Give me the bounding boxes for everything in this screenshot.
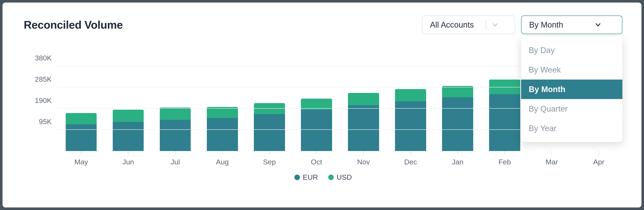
x-tick: Feb	[481, 154, 528, 169]
x-tick-label: Jan	[452, 158, 464, 166]
x-tick-label: Dec	[404, 158, 417, 166]
x-tick-label: Oct	[311, 158, 322, 166]
y-tick-label: 190K	[24, 96, 52, 105]
y-tick-label: 380K	[24, 54, 52, 62]
bar-dec[interactable]	[395, 89, 426, 151]
x-axis: MayJunJulAugSepOctNovDecJanFebMarApr	[58, 154, 622, 169]
bar-segment-eur	[113, 122, 144, 151]
bar-jun[interactable]	[113, 110, 144, 151]
x-tick-mark	[364, 151, 364, 154]
chevron-down-icon	[491, 21, 499, 29]
bar-oct[interactable]	[301, 99, 332, 151]
x-tick: Jul	[152, 154, 199, 169]
accounts-select[interactable]: All Accounts	[422, 16, 515, 34]
bar-segment-eur	[160, 120, 191, 151]
legend-item-eur[interactable]: EUR	[294, 173, 318, 181]
bar-segment-usd	[348, 93, 379, 105]
x-tick-mark	[128, 151, 128, 154]
bar-segment-eur	[395, 101, 426, 151]
bar-jan[interactable]	[442, 86, 473, 151]
y-tick-label: 285K	[24, 75, 52, 83]
period-select[interactable]: By Month By DayBy WeekBy MonthBy Quarter…	[521, 16, 622, 34]
select-spacer	[589, 20, 589, 30]
x-tick-label: Jul	[170, 158, 180, 166]
legend-swatch	[328, 174, 334, 180]
legend-item-usd[interactable]: USD	[328, 173, 352, 181]
card-title: Reconciled Volume	[24, 19, 123, 31]
accounts-select-label: All Accounts	[430, 20, 474, 30]
x-tick-label: Sep	[263, 158, 276, 166]
x-tick-mark	[599, 151, 599, 154]
x-tick-label: Apr	[593, 158, 604, 166]
x-tick: Dec	[387, 154, 434, 169]
bar-slot	[387, 45, 434, 151]
x-tick-mark	[81, 151, 81, 154]
x-tick: Nov	[340, 154, 387, 169]
bar-segment-eur	[254, 114, 285, 151]
x-tick: Apr	[575, 154, 622, 169]
x-tick-mark	[316, 151, 316, 154]
period-option-by-week[interactable]: By Week	[521, 60, 622, 80]
bar-segment-usd	[442, 86, 473, 98]
chevron-down-icon	[594, 21, 602, 29]
bar-segment-usd	[395, 89, 426, 101]
bar-segment-eur	[442, 97, 473, 151]
x-tick-mark	[504, 151, 505, 154]
x-tick-mark	[269, 151, 270, 154]
bar-segment-eur	[348, 105, 379, 151]
bar-segment-eur	[207, 118, 238, 151]
x-tick-label: Nov	[357, 158, 370, 166]
x-tick: Sep	[246, 154, 293, 169]
bar-slot	[152, 45, 199, 151]
card-controls: All Accounts By Month By DayBy WeekBy Mo…	[422, 16, 622, 34]
bar-slot	[199, 45, 246, 151]
x-tick-label: Feb	[498, 158, 511, 166]
bar-slot	[246, 45, 293, 151]
period-select-label: By Month	[529, 20, 563, 30]
x-tick-mark	[222, 151, 222, 154]
x-tick: Aug	[199, 154, 246, 169]
x-tick-mark	[552, 151, 552, 154]
bar-nov[interactable]	[348, 93, 379, 151]
bar-slot	[434, 45, 481, 151]
x-tick-mark	[458, 151, 458, 154]
x-tick: Mar	[528, 154, 575, 169]
bar-segment-eur	[489, 94, 520, 151]
legend: EURUSD	[24, 173, 622, 181]
bar-segment-usd	[113, 110, 144, 122]
bar-slot	[293, 45, 340, 151]
bar-sep[interactable]	[254, 103, 285, 151]
bar-segment-eur	[301, 110, 332, 151]
x-tick-mark	[410, 151, 411, 154]
x-tick-mark	[175, 151, 176, 154]
bar-aug[interactable]	[207, 107, 238, 151]
bar-slot	[105, 45, 152, 151]
x-tick: Jan	[434, 154, 481, 169]
period-option-by-day[interactable]: By Day	[521, 41, 622, 60]
period-dropdown: By DayBy WeekBy MonthBy QuarterBy Year	[521, 37, 622, 142]
legend-label: USD	[337, 173, 352, 181]
x-tick: Jun	[105, 154, 152, 169]
bar-segment-usd	[254, 103, 285, 114]
bar-may[interactable]	[66, 113, 97, 151]
x-tick: May	[58, 154, 105, 169]
legend-label: EUR	[303, 173, 318, 181]
y-axis: 95K190K285K380K	[24, 45, 58, 151]
x-tick-label: Mar	[546, 158, 558, 166]
legend-swatch	[294, 174, 300, 180]
bar-segment-eur	[66, 124, 97, 151]
bar-slot	[58, 45, 105, 151]
period-option-by-quarter[interactable]: By Quarter	[521, 99, 622, 119]
select-divider	[486, 20, 486, 30]
reconciled-volume-card: Reconciled Volume All Accounts By Month …	[2, 3, 642, 207]
x-tick-label: May	[74, 158, 88, 166]
x-tick-label: Aug	[216, 158, 229, 166]
card-header: Reconciled Volume All Accounts By Month …	[24, 15, 622, 34]
y-tick-label: 95K	[24, 118, 52, 126]
bar-segment-usd	[160, 108, 191, 120]
bar-feb[interactable]	[489, 80, 520, 151]
period-option-by-month[interactable]: By Month	[521, 80, 622, 99]
period-option-by-year[interactable]: By Year	[521, 119, 622, 138]
bar-slot	[340, 45, 387, 151]
bar-segment-usd	[66, 113, 97, 124]
